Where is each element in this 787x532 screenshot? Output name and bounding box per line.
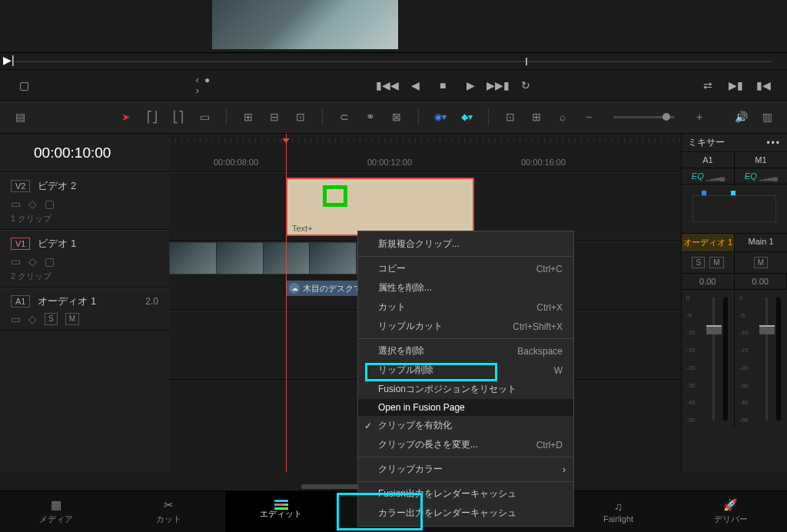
lock-icon[interactable]: ▭ [11,198,21,210]
stop-button[interactable]: ■ [433,75,453,95]
track-name-v2: ビデオ 2 [38,179,76,193]
lock-icon[interactable]: ⊠ [389,109,404,125]
track-count-v1: 2 クリップ [11,271,158,282]
mute-badge[interactable]: M [65,313,79,325]
timeline-view-icon[interactable]: ▤ [12,109,28,125]
match-frame-icon[interactable]: ⇄ [698,75,718,95]
ctx-ripple-cut[interactable]: リップルカットCtrl+Shift+X [358,317,573,336]
ctx-fusion-render[interactable]: Fusion出力をレンダーキャッシュ [358,484,573,504]
ctx-clip-color[interactable]: クリップカラー [358,460,573,479]
fader-m1[interactable]: 0-5-10-15-20-30-40-50 [735,290,787,428]
lock-icon[interactable]: ▭ [11,313,21,325]
step-back-button[interactable]: ◀ [405,75,425,95]
fader-value-m1: 0.00 [735,274,788,290]
viewer-thumbnail[interactable] [212,0,398,49]
dynamic-trim-icon[interactable]: ⎣⎤ [171,109,186,125]
overwrite-icon[interactable]: ⊟ [267,109,282,125]
zoom-out-icon[interactable]: − [581,109,596,125]
video-clip[interactable] [169,242,357,274]
zoom-in-icon[interactable]: + [692,109,707,125]
track-headers: 00:00:10:00 V2 ビデオ 2 ▭ ◇ ▢ 1 クリップ V1 ビデオ… [0,134,169,472]
auto-select-icon[interactable]: ◇ [28,198,37,210]
track-tag-v1[interactable]: V1 [11,238,30,250]
ctx-copy[interactable]: コピーCtrl+C [358,259,573,278]
track-tag-a1[interactable]: A1 [11,295,30,308]
nav-media[interactable]: ▦メディア [0,491,112,532]
annotation-green-box [323,185,347,207]
ctx-new-compound[interactable]: 新規複合クリップ... [358,234,573,254]
cloud-icon: ☁ [289,283,300,294]
mute-button[interactable]: M [709,257,723,268]
solo-badge[interactable]: S [45,313,58,325]
loop-button[interactable]: ↻ [516,75,536,95]
solo-button[interactable]: S [692,257,705,268]
nav-edit[interactable]: エディット [225,491,337,532]
auto-select-icon[interactable]: ◇ [28,255,37,268]
snap-icon[interactable]: ⊂ [337,109,352,125]
channel-label-audio1: オーディオ 1 [682,234,735,252]
play-button[interactable]: ▶ [460,75,480,95]
mixer-ch-m1[interactable]: M1 [735,152,787,168]
zoom-slider[interactable] [613,116,675,118]
playhead[interactable] [286,134,287,472]
mixer-toggle-icon[interactable]: ▥ [759,109,775,125]
jump-next-icon[interactable]: ▶▮ [726,75,745,95]
clip-label: Text+ [291,224,314,233]
visible-icon[interactable]: ▢ [45,198,55,210]
timeline-ruler[interactable]: 00:00:08:00 00:00:12:00 00:00:16:00 [169,134,681,172]
blade-tool-icon[interactable]: ▭ [197,109,212,125]
fader-value-a1: 0.00 [682,274,735,290]
mixer-ch-a1[interactable]: A1 [682,152,735,168]
zoom-fit-icon[interactable]: ⊡ [503,109,518,125]
text-clip[interactable]: Text+ [286,178,474,236]
zoom-custom-icon[interactable]: ⌕ [555,109,570,125]
volume-icon[interactable]: 🔊 [733,109,749,125]
track-name-a1: オーディオ 1 [38,294,96,308]
flag-blue-icon[interactable]: ◉▾ [433,109,448,125]
fader-a1[interactable]: 0-5-10-15-20-30-40-50 [682,290,735,428]
trim-tool-icon[interactable]: ⎡⎦ [144,109,160,125]
replace-icon[interactable]: ⊡ [293,109,308,125]
mute-button-main[interactable]: M [754,257,768,268]
edit-icon [274,504,288,506]
selection-tool-icon[interactable]: ➤ [118,109,134,125]
visible-icon[interactable]: ▢ [45,255,55,268]
ctx-enable-clip[interactable]: クリップを有効化 [358,416,573,435]
nav-dots[interactable]: ‹ ● › [196,75,216,95]
jump-prev-icon[interactable]: ▮◀ [753,75,773,95]
nav-cut[interactable]: ✂カット [112,491,224,532]
track-header-v1[interactable]: V1 ビデオ 1 ▭ ◇ ▢ 2 クリップ [0,230,169,288]
ctx-change-length[interactable]: クリップの長さを変更...Ctrl+D [358,435,573,454]
track-channels-a1: 2.0 [145,296,158,307]
next-clip-button[interactable]: ▶▶▮ [488,75,508,95]
auto-select-icon[interactable]: ◇ [28,313,37,325]
track-tag-v2[interactable]: V2 [11,180,30,192]
track-header-v2[interactable]: V2 ビデオ 2 ▭ ◇ ▢ 1 クリップ [0,172,169,230]
media-icon: ▦ [48,499,64,511]
nav-fairlight[interactable]: ♫Fairlight [562,491,674,532]
pan-display[interactable] [682,185,787,234]
clip-context-menu[interactable]: 新規複合クリップ... コピーCtrl+C 属性を削除... カットCtrl+X… [357,231,574,527]
marker-cyan-icon[interactable]: ◆▾ [459,109,474,125]
track-header-a1[interactable]: A1 オーディオ 1 2.0 ▭ ◇ S M [0,288,169,331]
ctx-open-fusion[interactable]: Open in Fusion Page [358,399,573,416]
timeline-toolbar: ▤ ➤ ⎡⎦ ⎣⎤ ▭ ⊞ ⊟ ⊡ ⊂ ⚭ ⊠ ◉▾ ◆▾ ⊡ ⊞ ⌕ − + … [0,100,787,134]
ctx-del-sel[interactable]: 選択を削除Backspace [358,341,573,361]
prev-clip-button[interactable]: ▮◀◀ [377,75,397,95]
ctx-ripple-del[interactable]: リップル削除W [358,361,573,380]
insert-icon[interactable]: ⊞ [241,109,256,125]
lock-icon[interactable]: ▭ [11,255,21,268]
mixer-panel: ミキサー ••• A1 M1 EQ ▁▂▃▄ EQ ▁▂▃▄ オーディオ 1 M… [681,134,787,472]
ctx-reset-fusion[interactable]: Fusionコンポジションをリセット [358,380,573,399]
crop-icon[interactable] [14,75,34,95]
link-icon[interactable]: ⚭ [363,109,378,125]
track-name-v1: ビデオ 1 [38,237,76,251]
track-count-v2: 1 クリップ [11,213,158,224]
mixer-menu-icon[interactable]: ••• [766,138,781,148]
zoom-detail-icon[interactable]: ⊞ [529,109,544,125]
viewer-scrubber[interactable] [0,52,787,69]
ctx-color-render[interactable]: カラー出力をレンダーキャッシュ [358,504,573,523]
nav-deliver[interactable]: 🚀デリバー [675,491,787,532]
ctx-cut[interactable]: カットCtrl+X [358,298,573,317]
ctx-del-attr[interactable]: 属性を削除... [358,278,573,298]
